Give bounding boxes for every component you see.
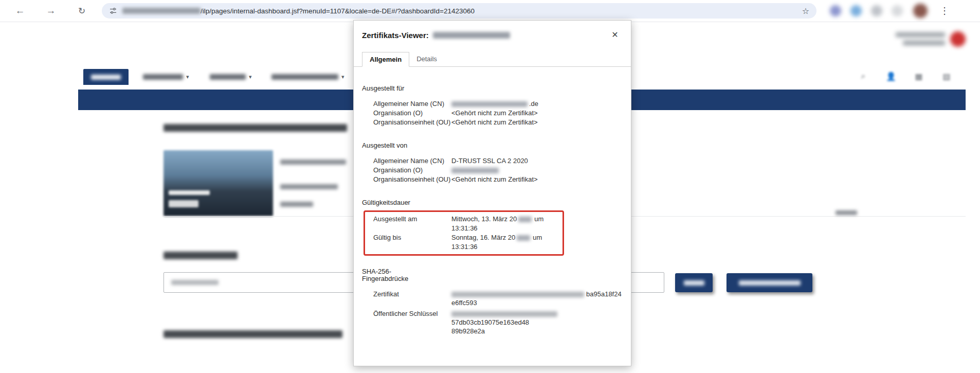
news-text-line-2: [280, 184, 338, 189]
back-icon: ←: [15, 5, 25, 16]
o-label: Organisation (O): [373, 166, 451, 175]
nav-tab-3[interactable]: ▾: [210, 73, 252, 81]
nav-tab-4[interactable]: ▾: [271, 73, 344, 81]
issued-to-heading: Ausgestellt für: [362, 84, 623, 92]
forward-icon: →: [46, 5, 56, 16]
more-link[interactable]: [836, 210, 857, 215]
site-logo: [896, 29, 968, 50]
issued-to-section: Ausgestellt für Allgemeiner Name (CN) .d…: [362, 84, 623, 127]
issued-by-o-row: Organisation (O): [373, 166, 623, 175]
cn-label: Allgemeiner Name (CN): [373, 156, 451, 166]
issued-to-ou-row: Organisationseinheit (OU) <Gehört nicht …: [373, 118, 623, 127]
cert-fingerprint-row: Zertifikat ba95a18f24 e6ffc593: [373, 290, 623, 307]
browser-menu-button[interactable]: ⋮: [937, 5, 952, 16]
issued-by-section: Ausgestellt von Allgemeiner Name (CN) D-…: [362, 141, 623, 184]
valid-until-value: Sonntag, 16. März 20um 13:31:36: [451, 233, 562, 252]
search-icon[interactable]: ⌕: [858, 72, 869, 83]
validity-highlight-box: Ausgestellt am Mittwoch, 13. März 20um 1…: [364, 210, 564, 256]
validity-heading: Gültigkeitsdauer: [362, 199, 623, 206]
redacted-hash: [451, 292, 584, 297]
redacted-domain: [122, 8, 201, 14]
o-value: <Gehört nicht zum Zertifikat>: [451, 109, 623, 118]
valid-until-label: Gültig bis: [373, 233, 451, 252]
search-placeholder: [171, 280, 219, 285]
url-path-text: /ilp/pages/internal-dashboard.jsf?menuId…: [201, 7, 475, 15]
ou-value: <Gehört nicht zum Zertifikat>: [451, 118, 623, 127]
nav-tab-active[interactable]: [83, 69, 129, 85]
tab-allgemein[interactable]: Allgemein: [362, 52, 409, 67]
news-text-line-3: [280, 202, 313, 207]
bell-icon[interactable]: ▧: [941, 72, 952, 83]
redacted-hash: [451, 311, 557, 317]
issued-by-cn-row: Allgemeiner Name (CN) D-TRUST SSL CA 2 2…: [373, 156, 623, 166]
redacted-year: [518, 217, 532, 222]
close-button[interactable]: ✕: [609, 29, 621, 41]
issued-by-ou-row: Organisationseinheit (OU) <Gehört nicht …: [373, 175, 623, 184]
advanced-search-button[interactable]: [727, 273, 812, 292]
valid-until-row: Gültig bis Sonntag, 16. März 20um 13:31:…: [373, 233, 562, 252]
search-button[interactable]: [675, 273, 713, 292]
redacted-year: [517, 235, 530, 241]
o-label: Organisation (O): [373, 109, 451, 118]
fingerprints-section: SHA-256- Fingerabdrücke Zertifikat ba95a…: [362, 268, 623, 335]
chevron-down-icon: ▾: [341, 74, 344, 80]
profile-avatar[interactable]: [913, 4, 928, 18]
reload-button[interactable]: ↻: [73, 2, 90, 20]
certificate-viewer-dialog: Zertifikats-Viewer: ✕ Allgemein Details …: [353, 20, 631, 366]
chevron-down-icon: ▾: [249, 74, 252, 80]
issued-to-o-row: Organisation (O) <Gehört nicht zum Zerti…: [373, 109, 623, 118]
cn-value: D-TRUST SSL CA 2 2020: [451, 156, 623, 166]
pubkey-fingerprint-value: 57db03cb19075e163ed48 89b928e2a: [451, 309, 623, 335]
redacted-organisation: [451, 168, 499, 173]
validity-section: Gültigkeitsdauer Ausgestellt am Mittwoch…: [362, 199, 623, 256]
redacted-hostname: [433, 32, 510, 39]
forward-button[interactable]: →: [42, 2, 60, 20]
issued-on-label: Ausgestellt am: [373, 215, 451, 233]
ou-label: Organisationseinheit (OU): [373, 175, 451, 184]
issued-by-heading: Ausgestellt von: [362, 141, 623, 149]
fingerprints-heading: SHA-256- Fingerabdrücke: [362, 268, 623, 282]
reload-icon: ↻: [78, 6, 85, 16]
cert-fingerprint-value: ba95a18f24 e6ffc593: [451, 290, 623, 307]
site-info-icon[interactable]: [109, 7, 117, 15]
dialog-title-text: Zertifikats-Viewer:: [362, 31, 429, 40]
chevron-down-icon: ▾: [186, 74, 189, 80]
extension-icons: [830, 5, 903, 16]
tab-details[interactable]: Details: [409, 52, 444, 67]
ou-value: <Gehört nicht zum Zertifikat>: [451, 175, 623, 184]
cert-fingerprint-label: Zertifikat: [373, 290, 451, 307]
omnibox-url-bar[interactable]: /ilp/pages/internal-dashboard.jsf?menuId…: [102, 3, 816, 19]
section-heading-2: [164, 252, 238, 259]
grid-icon[interactable]: ▦: [913, 72, 924, 83]
issued-to-cn-row: Allgemeiner Name (CN) .de: [373, 99, 623, 109]
dialog-tabbar: Allgemein Details: [354, 52, 631, 67]
browser-toolbar: ← → ↻ /ilp/pages/internal-dashboard.jsf?…: [0, 0, 980, 22]
section-heading-3: [164, 330, 342, 338]
o-value-redacted: [451, 166, 623, 175]
extension-icon-3[interactable]: [871, 5, 882, 16]
nav-tab-2[interactable]: ▾: [143, 73, 189, 81]
cn-value: .de: [451, 99, 623, 109]
back-button[interactable]: ←: [11, 2, 29, 20]
pubkey-fingerprint-row: Öffentlicher Schlüssel 57db03cb19075e163…: [373, 309, 623, 335]
extension-icon-1[interactable]: [830, 5, 841, 16]
section-heading-1: [164, 124, 347, 132]
bookmark-star-icon[interactable]: ☆: [802, 6, 809, 16]
issued-on-value: Mittwoch, 13. März 20um 13:31:36: [451, 215, 562, 233]
news-text-line-1: [280, 159, 346, 165]
issued-on-row: Ausgestellt am Mittwoch, 13. März 20um 1…: [373, 215, 562, 233]
redacted-cn: [451, 101, 528, 107]
extension-icon-2[interactable]: [850, 5, 862, 16]
ou-label: Organisationseinheit (OU): [373, 118, 451, 127]
cn-label: Allgemeiner Name (CN): [373, 99, 451, 109]
news-thumbnail-image[interactable]: [164, 150, 273, 216]
pubkey-fingerprint-label: Öffentlicher Schlüssel: [373, 309, 451, 335]
user-icon[interactable]: 👤: [885, 72, 897, 83]
extension-icon-4[interactable]: [892, 5, 903, 16]
dialog-title: Zertifikats-Viewer:: [362, 31, 510, 40]
dialog-content: Ausgestellt für Allgemeiner Name (CN) .d…: [354, 67, 631, 366]
